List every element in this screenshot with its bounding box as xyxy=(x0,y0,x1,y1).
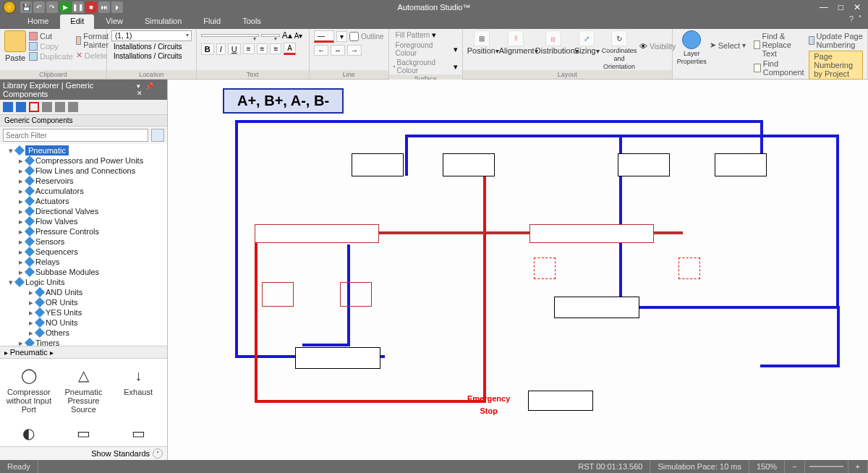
palette-item[interactable]: ◯Compressor without Input Port xyxy=(4,363,54,414)
palette-item[interactable]: △Pneumatic Pressure Source xyxy=(58,363,109,414)
tab-view[interactable]: View xyxy=(95,14,133,29)
minimize-button[interactable]: — xyxy=(820,2,828,12)
tree-item[interactable]: ▸Others xyxy=(4,328,167,338)
lib-tool-2[interactable] xyxy=(16,102,26,112)
italic-button[interactable]: I xyxy=(216,43,226,55)
align-right-button[interactable]: ≡ xyxy=(270,43,281,54)
tree-item[interactable]: ▸OR Units xyxy=(4,297,167,307)
line-weight-button[interactable]: ▾ xyxy=(336,31,347,42)
close-button[interactable]: ✕ xyxy=(854,2,861,12)
schematic-canvas[interactable]: A+, B+, A-, B- EmergencyStop xyxy=(168,80,868,460)
maximize-button[interactable]: □ xyxy=(838,2,843,12)
page-numbering-project-button[interactable]: Page Numbering by Project xyxy=(809,51,863,80)
tab-home[interactable]: Home xyxy=(17,14,59,29)
align-center-button[interactable]: ≡ xyxy=(257,43,268,54)
tree-item[interactable]: ▾Pneumatic xyxy=(4,145,167,155)
bg-color-button[interactable]: Background Colour ▾ xyxy=(393,59,458,74)
font-color-button[interactable]: A xyxy=(284,43,296,55)
installations-2[interactable]: Installations / Circuits xyxy=(111,52,192,60)
app-menu-button[interactable] xyxy=(3,1,16,14)
help-icon[interactable]: ? xyxy=(849,14,854,29)
align-left-button[interactable]: ≡ xyxy=(243,43,255,54)
bold-button[interactable]: B xyxy=(201,43,214,55)
tree-item[interactable]: ▸Subbase Modules xyxy=(4,267,167,277)
select-dropdown[interactable]: ➤Select ▾ xyxy=(710,41,746,50)
font-shrink-icon[interactable]: A▾ xyxy=(294,32,303,40)
cut-button[interactable]: Cut xyxy=(29,32,73,41)
copy-button[interactable]: Copy xyxy=(29,42,73,51)
palette-item[interactable]: ↓Exhaust xyxy=(113,363,163,414)
collapse-ribbon-icon[interactable]: ˄ xyxy=(858,14,862,29)
fg-color-button[interactable]: Foreground Colour ▾ xyxy=(393,41,458,57)
duplicate-button[interactable]: Duplicate xyxy=(29,52,73,61)
zoom-out-button[interactable]: − xyxy=(785,460,804,473)
tree-item[interactable]: ▸Relays xyxy=(4,257,167,267)
palette-item[interactable]: ▭Single-Acting Cylinder xyxy=(58,421,109,446)
tree-item[interactable]: ▸Timers xyxy=(4,338,167,346)
search-go-button[interactable] xyxy=(151,129,164,142)
section-header[interactable]: Generic Components xyxy=(0,115,167,127)
qat-save-icon[interactable]: 💾 xyxy=(20,1,32,13)
palette-item[interactable]: ▭Single-Acting Cylinder with Spri... xyxy=(113,421,163,446)
pane-controls[interactable]: ▾ 📌 ✕ xyxy=(137,82,164,97)
chevron-up-icon[interactable]: ˄ xyxy=(153,448,163,459)
position-button[interactable]: ⊞Position▾ xyxy=(467,30,496,55)
qat-run-icon[interactable]: ▶ xyxy=(59,1,71,13)
tab-simulation[interactable]: Simulation xyxy=(135,14,192,29)
lib-tool-5[interactable] xyxy=(55,102,65,112)
lib-tool-6[interactable] xyxy=(68,102,78,112)
qat-slow-icon[interactable]: ⏵ xyxy=(111,1,123,13)
update-page-numbering-button[interactable]: Update Page Numbering xyxy=(809,32,863,49)
font-combo[interactable] xyxy=(201,34,259,37)
arrow-left-button[interactable]: ← xyxy=(314,45,328,56)
tree-item[interactable]: ▸Accumulators xyxy=(4,186,167,196)
font-size-combo[interactable] xyxy=(261,34,280,37)
distribution-button[interactable]: ⫼Distribution▾ xyxy=(535,30,571,55)
sizing-button[interactable]: ⤢Sizing▾ xyxy=(574,30,599,55)
tree-item[interactable]: ▸Flow Valves xyxy=(4,216,167,226)
tree-item[interactable]: ▾Logic Units xyxy=(4,277,167,287)
tree-item[interactable]: ▸Sequencers xyxy=(4,247,167,257)
tree-item[interactable]: ▸Reservoirs xyxy=(4,176,167,186)
qat-stop-icon[interactable]: ■ xyxy=(85,1,97,13)
tree-item[interactable]: ▸Compressors and Power Units xyxy=(4,155,167,166)
tree-item[interactable]: ▸Actuators xyxy=(4,196,167,206)
find-replace-button[interactable]: Find & Replace Text xyxy=(754,32,806,58)
arrow-right-button[interactable]: → xyxy=(347,45,362,56)
arrow-both-button[interactable]: ↔ xyxy=(331,45,345,56)
lib-tool-3[interactable] xyxy=(29,102,39,112)
tree-item[interactable]: ▸Pressure Controls xyxy=(4,226,167,236)
lib-tool-1[interactable] xyxy=(3,102,13,112)
visibility-button[interactable]: 👁Visibility xyxy=(639,42,676,51)
tab-edit[interactable]: Edit xyxy=(60,14,94,29)
tree-item[interactable]: ▸Flow Lines and Connections xyxy=(4,166,167,176)
tree-item[interactable]: ▸YES Units xyxy=(4,307,167,318)
tree-item[interactable]: ▸Sensors xyxy=(4,236,167,247)
tab-fluid[interactable]: Fluid xyxy=(193,14,231,29)
alignment-button[interactable]: ⫴Alignment▾ xyxy=(499,30,532,55)
location-coord-combo[interactable]: (1, 1) xyxy=(111,30,192,41)
tab-tools[interactable]: Tools xyxy=(232,14,271,29)
paste-button[interactable]: Paste xyxy=(4,30,26,62)
palette-item[interactable]: ◐Gas-Loaded Accumulator with... xyxy=(4,421,54,446)
tree-item[interactable]: ▸AND Units xyxy=(4,287,167,297)
find-component-button[interactable]: Find Component xyxy=(754,59,806,77)
lib-tool-4[interactable] xyxy=(42,102,52,112)
underline-button[interactable]: U xyxy=(228,43,241,55)
layer-properties-button[interactable]: Layer Properties xyxy=(677,30,707,65)
palette-breadcrumb[interactable]: ▸ Pneumatic ▸ xyxy=(0,346,167,359)
fill-pattern-button[interactable]: Fill Pattern ▾ xyxy=(393,30,437,40)
installations-1[interactable]: Installations / Circuits xyxy=(111,43,192,51)
line-style-button[interactable]: — xyxy=(314,30,334,43)
qat-redo-icon[interactable]: ↷ xyxy=(46,1,58,13)
qat-pause-icon[interactable]: ❚❚ xyxy=(72,1,84,13)
qat-step-icon[interactable]: ⏭ xyxy=(98,1,110,13)
zoom-in-button[interactable]: + xyxy=(848,460,868,473)
zoom-slider[interactable] xyxy=(805,460,848,473)
show-standards-button[interactable]: Show Standards xyxy=(91,449,150,458)
tree-item[interactable]: ▸NO Units xyxy=(4,318,167,328)
coords-orient-button[interactable]: ↻Coordinates and Orientation xyxy=(602,30,637,70)
font-grow-icon[interactable]: A▴ xyxy=(282,30,292,41)
outline-checkbox[interactable] xyxy=(349,32,359,41)
status-zoom[interactable]: 150% xyxy=(749,460,785,473)
